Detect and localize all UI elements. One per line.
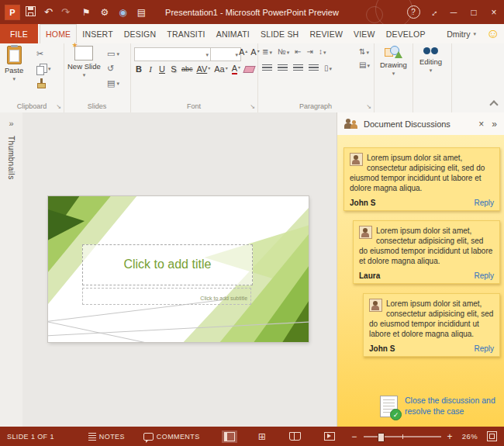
new-slide-button[interactable]: New Slide ▾: [67, 46, 101, 78]
bullets-button[interactable]: ≣ ▾: [262, 48, 272, 56]
numbering-button[interactable]: № ▾: [278, 48, 289, 56]
reply-link[interactable]: Reply: [474, 344, 494, 353]
layout-button[interactable]: ▭ ▾: [107, 48, 119, 59]
panel-options-icon[interactable]: »: [492, 119, 497, 129]
tab-insert[interactable]: INSERT: [77, 24, 119, 43]
save-button[interactable]: [26, 5, 36, 19]
chevron-down-icon: ▾: [205, 52, 209, 57]
paragraph-dialog-launcher[interactable]: ↘: [366, 104, 371, 110]
thumbnails-pane[interactable]: » Thumbnails: [0, 112, 23, 427]
fullscreen-button[interactable]: ↔: [423, 0, 444, 24]
strikethrough-button[interactable]: abc: [181, 66, 192, 73]
tab-slideshow[interactable]: SLIDE SH: [255, 24, 304, 43]
minimize-button[interactable]: ─: [444, 0, 464, 24]
reading-view-button[interactable]: [287, 430, 303, 442]
subtitle-placeholder[interactable]: Click to add subtitle: [82, 288, 251, 306]
zoom-in-button[interactable]: +: [447, 432, 453, 441]
chevron-down-icon: ▾: [287, 50, 290, 55]
drawing-button[interactable]: Drawing ▾: [380, 46, 407, 76]
align-left-button[interactable]: [262, 64, 272, 72]
undo-button[interactable]: ↶: [44, 7, 53, 17]
font-dialog-launcher[interactable]: ↘: [250, 104, 255, 110]
reply-link[interactable]: Reply: [474, 271, 494, 280]
page-icon[interactable]: ▤: [137, 7, 146, 18]
editing-button[interactable]: Editing ▾: [419, 46, 442, 73]
tab-file[interactable]: FILE: [0, 24, 38, 43]
reset-icon: ↺: [107, 64, 114, 73]
slide-sorter-button[interactable]: ⊞: [256, 430, 268, 443]
redo-button[interactable]: ↷: [61, 7, 70, 17]
tab-view[interactable]: VIEW: [348, 24, 381, 43]
zoom-level[interactable]: 26%: [459, 432, 478, 441]
title-placeholder[interactable]: Click to add title: [82, 244, 253, 285]
close-button[interactable]: ×: [484, 0, 504, 24]
clear-formatting-icon[interactable]: [243, 66, 255, 73]
slide[interactable]: Click to add title Click to add subtitle: [48, 196, 309, 342]
zoom-slider[interactable]: [364, 436, 441, 437]
text-shadow-button[interactable]: S: [170, 65, 178, 74]
clipboard-dialog-launcher[interactable]: ↘: [56, 104, 61, 110]
reading-view-icon: [289, 432, 301, 441]
expand-thumbnails-icon[interactable]: »: [9, 119, 13, 128]
copy-button[interactable]: ▾: [36, 63, 51, 74]
italic-button[interactable]: I: [147, 65, 154, 74]
gear-icon[interactable]: ⚙: [101, 7, 109, 18]
bold-button[interactable]: B: [135, 65, 143, 74]
comments-button[interactable]: COMMENTS: [143, 433, 200, 441]
close-panel-icon[interactable]: ×: [478, 119, 484, 129]
titlebar-icons: ⚑ ⚙ ◉ ▤: [82, 7, 146, 18]
fit-slide-to-window-icon[interactable]: [487, 431, 497, 441]
increase-indent-button[interactable]: ⇥: [307, 48, 313, 56]
cut-button[interactable]: ✂: [36, 48, 51, 59]
normal-view-button[interactable]: [222, 430, 237, 443]
font-name-select[interactable]: ▾: [134, 47, 212, 61]
flag-icon[interactable]: ⚑: [82, 7, 91, 18]
powerpoint-logo-icon[interactable]: P: [5, 5, 20, 20]
chevron-down-icon: ▾: [366, 50, 369, 55]
text-direction-button[interactable]: ⇅ ▾: [359, 48, 370, 56]
tab-animations[interactable]: ANIMATI: [211, 24, 255, 43]
comment-text: Lorem ipsum dolor sit amet, consectetur …: [359, 226, 494, 266]
reset-button[interactable]: ↺: [107, 63, 119, 74]
globe-icon[interactable]: ◉: [119, 7, 126, 18]
increase-indent-icon: ⇥: [307, 48, 313, 56]
notes-label: NOTES: [99, 433, 125, 441]
slide-canvas[interactable]: Click to add title Click to add subtitle: [22, 112, 337, 427]
line-spacing-button[interactable]: ↕ ▾: [319, 48, 326, 56]
columns-button[interactable]: ▯ ▾: [324, 64, 332, 72]
notes-button[interactable]: NOTES: [88, 433, 125, 441]
paste-button[interactable]: Paste ▾: [5, 46, 23, 81]
align-right-button[interactable]: [293, 64, 303, 72]
comments-label: COMMENTS: [157, 433, 200, 441]
font-size-select[interactable]: ▾: [210, 47, 241, 61]
tab-developer[interactable]: DEVELOP: [381, 24, 431, 43]
tab-transitions[interactable]: TRANSITI: [161, 24, 210, 43]
underline-button[interactable]: U: [158, 65, 166, 74]
editing-group: Editing ▾: [413, 43, 452, 112]
account-menu[interactable]: Dmitry ▾: [440, 24, 482, 43]
discussion-comment[interactable]: Lorem ipsum dolor sit amet, consectetur …: [353, 220, 500, 284]
decrease-indent-button[interactable]: ⇤: [295, 48, 301, 56]
justify-button[interactable]: [309, 64, 319, 72]
zoom-out-button[interactable]: −: [351, 432, 357, 441]
tab-review[interactable]: REVIEW: [304, 24, 348, 43]
zoom-slider-thumb[interactable]: [378, 433, 385, 442]
collapse-ribbon-icon[interactable]: [489, 100, 498, 109]
maximize-button[interactable]: □: [464, 0, 484, 24]
tab-design[interactable]: DESIGN: [119, 24, 161, 43]
change-case-button[interactable]: Aa ▾: [214, 65, 227, 74]
reply-link[interactable]: Reply: [474, 199, 494, 207]
section-button[interactable]: ▤ ▾: [107, 78, 119, 88]
slideshow-button[interactable]: [322, 430, 337, 442]
discussion-comment[interactable]: Lorem ipsum dolor sit amet, consectetur …: [343, 147, 500, 211]
font-color-button[interactable]: A ▾: [232, 64, 240, 74]
send-a-smile-icon[interactable]: ☺: [482, 24, 504, 43]
chevron-down-icon: ▾: [330, 66, 333, 71]
align-text-button[interactable]: ▤ ▾: [359, 61, 370, 69]
format-painter-button[interactable]: [36, 78, 51, 88]
resolve-discussion-link[interactable]: ✓ Close the discussion and resolve the c…: [380, 396, 497, 417]
grow-font-button[interactable]: A ▴: [239, 48, 247, 57]
character-spacing-button[interactable]: AV ▾: [196, 65, 210, 74]
discussion-comment[interactable]: Lorem ipsum dolor sit amet, consectetur …: [363, 293, 500, 357]
align-center-button[interactable]: [278, 64, 288, 72]
